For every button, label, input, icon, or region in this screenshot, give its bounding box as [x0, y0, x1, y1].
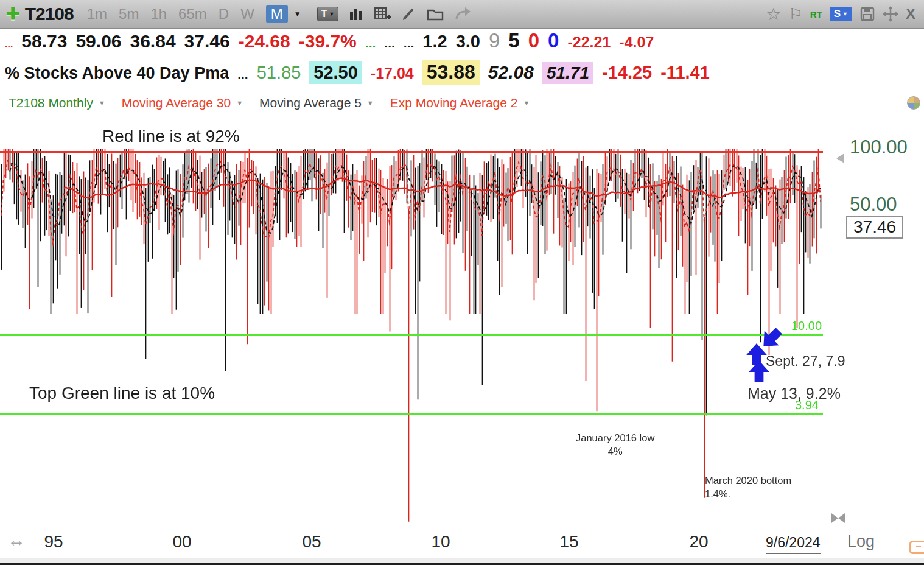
add-symbol-icon[interactable]: ✚	[6, 4, 20, 24]
axis-resize-handle[interactable]	[831, 513, 845, 523]
axis-marker-triangle	[836, 153, 844, 163]
grid-plus-icon	[374, 6, 391, 22]
timeframe-65m[interactable]: 65m	[178, 5, 207, 23]
snap-label: S	[834, 8, 841, 20]
chevron-down-icon: ▼	[329, 11, 334, 17]
realtime-badge: RT	[810, 9, 822, 19]
save-button[interactable]	[859, 6, 875, 22]
indicator-value: 51.71	[542, 62, 593, 84]
summary-value: -24.68	[239, 31, 290, 52]
summary-value: 3.0	[456, 32, 480, 52]
timeframe-W[interactable]: W	[240, 5, 254, 23]
summary-value: 58.73	[21, 31, 67, 52]
symbol-title[interactable]: T2108	[25, 4, 74, 24]
pencil-icon	[401, 6, 416, 22]
summary-value: 9	[489, 29, 500, 52]
share-button[interactable]	[454, 6, 471, 22]
summary-value: -39.7%	[299, 31, 357, 52]
pan-horizontal-icon[interactable]: ↔	[7, 530, 26, 550]
move-window-button[interactable]	[883, 6, 898, 22]
timeframe-M[interactable]: M	[266, 5, 288, 23]
timeframe-D[interactable]: D	[219, 5, 229, 23]
price-chart-canvas[interactable]	[0, 114, 828, 525]
current-value-badge: 37.46	[846, 216, 903, 239]
resistance-line-92[interactable]	[0, 151, 823, 153]
x-axis: ↔ 950005101520 9/6/2024 Log	[0, 525, 924, 558]
globe-icon[interactable]	[907, 96, 920, 110]
flag-icon[interactable]: ⚐	[788, 5, 802, 24]
jan-2016-annotation: January 2016 low 4%	[576, 431, 654, 458]
x-tick-20: 20	[689, 532, 708, 552]
t2108-chart-window: ✚ T2108 1m5m1h65mDWM ▼ T ▼	[0, 0, 924, 565]
legend-item-t2108-monthly[interactable]: T2108 Monthly	[9, 96, 93, 110]
chevron-down-icon[interactable]: ▼	[523, 99, 530, 107]
indicator-value: 51.85	[257, 63, 301, 83]
x-tick-10: 10	[431, 532, 450, 552]
blue-arrow-up-2	[747, 359, 771, 384]
mar-2020-line2: 1.4%.	[705, 487, 791, 500]
summary-value: 1.2	[422, 32, 447, 52]
legend-row: T2108 Monthly▼Moving Average 30▼Moving A…	[0, 91, 924, 114]
chart-area: Red line is at 92% Top Green line is at …	[0, 114, 924, 525]
summary-value: 5	[508, 29, 519, 52]
summary-value: -4.07	[619, 33, 654, 51]
jan-2016-line2: 4%	[576, 444, 654, 458]
volume-bars-button[interactable]	[348, 6, 364, 22]
x-tick-95: 95	[44, 532, 63, 552]
toolbar-right-group: ☆ ⚐ RT S ▼	[766, 4, 919, 24]
summary-value: 0	[528, 29, 539, 52]
indicator-value: ...	[237, 67, 248, 82]
legend-item-exp-moving-average-2[interactable]: Exp Moving Average 2	[390, 96, 518, 110]
move-arrows-icon	[883, 6, 898, 22]
chat-icon[interactable]	[909, 541, 924, 554]
support-line-10[interactable]	[0, 334, 823, 336]
timeframe-list: 1m5m1h65mDWM	[87, 5, 288, 23]
draw-tool-button[interactable]	[401, 6, 416, 22]
support-line-4[interactable]	[0, 413, 823, 415]
favorite-star-icon[interactable]: ☆	[766, 4, 781, 24]
legend-item-moving-average-30[interactable]: Moving Average 30	[122, 96, 231, 110]
folder-button[interactable]	[426, 6, 444, 22]
summary-value: 59.06	[75, 31, 121, 52]
chart-style-label: T	[321, 9, 327, 19]
folder-icon	[426, 6, 444, 22]
chart-style-button[interactable]: T ▼	[317, 7, 339, 21]
may-low-annotation: May 13, 9.2%	[747, 385, 841, 402]
toolbar: ✚ T2108 1m5m1h65mDWM ▼ T ▼	[0, 0, 924, 29]
indicator-value: 52.08	[488, 62, 534, 83]
spreadsheet-add-button[interactable]	[374, 6, 391, 22]
red-line-note: Red line is at 92%	[102, 127, 240, 146]
floppy-disk-icon	[859, 6, 875, 22]
chevron-down-icon[interactable]: ▼	[236, 99, 243, 107]
date-label[interactable]: 9/6/2024	[766, 535, 821, 554]
chevron-down-icon[interactable]: ▼	[367, 99, 374, 107]
bar-chart-icon	[348, 6, 364, 22]
jan-2016-line1: January 2016 low	[576, 431, 654, 444]
timeframe-1m[interactable]: 1m	[87, 5, 107, 23]
indicator-value: % Stocks Above 40 Day Pma	[5, 64, 229, 83]
close-button[interactable]: X	[906, 5, 915, 23]
legend-item-moving-average-5[interactable]: Moving Average 5	[259, 96, 362, 110]
indicator-value: -14.25	[602, 63, 652, 83]
summary-value: 36.84	[130, 31, 176, 52]
timeframe-1h[interactable]: 1h	[150, 5, 167, 23]
x-tick-00: 00	[172, 532, 191, 552]
summary-value: ...	[404, 36, 415, 51]
indicator-values-row: % Stocks Above 40 Day Pma...51.8552.50-1…	[0, 60, 924, 89]
chevron-down-icon[interactable]: ▼	[99, 99, 105, 107]
timeframe-dropdown-caret[interactable]: ▼	[294, 10, 301, 18]
summary-value: 0	[548, 29, 559, 52]
summary-value: ...	[365, 36, 376, 51]
snap-button[interactable]: S ▼	[830, 7, 852, 21]
summary-values-row: ...58.7359.0636.8437.46-24.68-39.7%.....…	[0, 29, 924, 60]
indicator-value: -11.41	[660, 63, 710, 83]
x-tick-15: 15	[559, 532, 578, 552]
summary-value: 37.46	[184, 31, 230, 52]
sept-low-annotation: Sept. 27, 7.9	[766, 353, 845, 370]
log-scale-toggle[interactable]: Log	[847, 532, 875, 551]
summary-value: ...	[384, 36, 395, 51]
axis-label-100: 100.00	[850, 136, 908, 158]
timeframe-5m[interactable]: 5m	[119, 5, 139, 23]
chevron-down-icon: ▼	[842, 11, 848, 17]
mar-2020-annotation: March 2020 bottom 1.4%.	[705, 474, 791, 501]
